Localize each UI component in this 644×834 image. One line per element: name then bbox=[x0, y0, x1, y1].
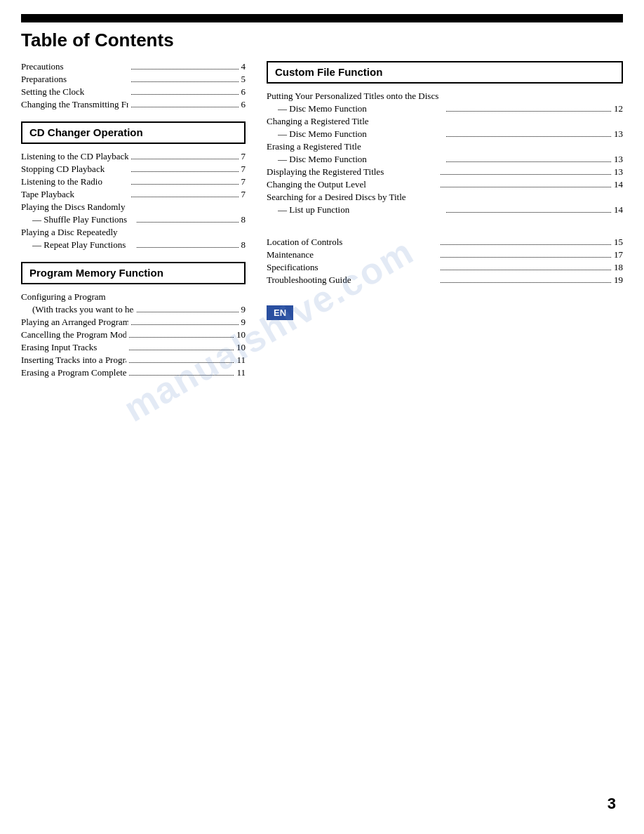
toc-shuffle-play: — Shuffle Play Functions 8 bbox=[21, 214, 246, 225]
toc-precautions: Precautions 4 bbox=[21, 61, 246, 72]
en-badge: EN bbox=[267, 305, 293, 320]
toc-disc-memo-3: — Disc Memo Function 13 bbox=[267, 154, 623, 165]
cd-changer-section: Listening to the CD Playback 7 Stopping … bbox=[21, 151, 246, 251]
gap4 bbox=[267, 227, 623, 237]
toc-playing-disc-repeatedly: Playing a Disc Repeatedly bbox=[21, 227, 246, 238]
two-column-layout: Precautions 4 Preparations 5 Setting the… bbox=[21, 61, 623, 380]
toc-listening-radio: Listening to the Radio 7 bbox=[21, 176, 246, 187]
toc-playing-arranged: Playing an Arranged Program 9 bbox=[21, 317, 246, 328]
toc-preparations: Preparations 5 bbox=[21, 74, 246, 85]
toc-erasing-input-tracks: Erasing Input Tracks 10 bbox=[21, 342, 246, 353]
toc-location-of-controls: Location of Controls 15 bbox=[267, 237, 623, 248]
toc-listening-cd: Listening to the CD Playback 7 bbox=[21, 151, 246, 162]
toc-maintenance: Maintenance 17 bbox=[267, 249, 623, 260]
toc-stopping-cd: Stopping CD Playback 7 bbox=[21, 164, 246, 175]
general-toc-section: Precautions 4 Preparations 5 Setting the… bbox=[21, 61, 246, 110]
toc-tape-playback: Tape Playback 7 bbox=[21, 189, 246, 200]
top-bar bbox=[21, 14, 623, 22]
toc-troubleshooting-guide: Troubleshooting Guide 19 bbox=[267, 274, 623, 286]
toc-configuring-program: Configuring a Program bbox=[21, 291, 246, 303]
toc-erasing-registered-title: Erasing a Registered Title bbox=[267, 141, 623, 152]
right-column: Custom File Function Putting Your Person… bbox=[267, 61, 623, 380]
toc-disc-memo-1: — Disc Memo Function 12 bbox=[267, 103, 623, 114]
cd-changer-header: CD Changer Operation bbox=[21, 121, 246, 144]
custom-file-section: Putting Your Personalized Titles onto th… bbox=[267, 91, 623, 216]
left-column: Precautions 4 Preparations 5 Setting the… bbox=[21, 61, 246, 380]
toc-searching-desired-discs: Searching for a Desired Discs by Title bbox=[267, 192, 623, 203]
program-memory-section: Configuring a Program (With tracks you w… bbox=[21, 291, 246, 378]
page: Table of Contents Precautions 4 Preparat… bbox=[0, 0, 644, 834]
toc-specifications: Specifications 18 bbox=[267, 262, 623, 273]
page-number: 3 bbox=[608, 795, 616, 813]
toc-changing-output-level: Changing the Output Level 14 bbox=[267, 179, 623, 190]
toc-transmitting-frequency: Changing the Transmitting Frequency 6 bbox=[21, 99, 246, 110]
toc-inserting-tracks: Inserting Tracks into a Program 11 bbox=[21, 355, 246, 366]
toc-disc-memo-2: — Disc Memo Function 13 bbox=[267, 128, 623, 140]
page-title: Table of Contents bbox=[21, 29, 623, 51]
gap2 bbox=[21, 252, 246, 262]
toc-putting-titles: Putting Your Personalized Titles onto th… bbox=[267, 91, 623, 102]
gap3 bbox=[267, 217, 623, 227]
toc-playing-discs-randomly: Playing the Discs Randomly bbox=[21, 201, 246, 213]
gap1 bbox=[21, 112, 246, 121]
toc-setting-clock: Setting the Clock 6 bbox=[21, 86, 246, 98]
toc-with-tracks: (With tracks you want to hear) 9 bbox=[21, 304, 246, 315]
toc-repeat-play: — Repeat Play Functions 8 bbox=[21, 239, 246, 251]
toc-changing-registered-title: Changing a Registered Title bbox=[267, 116, 623, 127]
toc-cancelling-program: Cancelling the Program Mode 10 bbox=[21, 329, 246, 340]
toc-list-up-function: — List up Function 14 bbox=[267, 204, 623, 216]
en-badge-container: EN bbox=[267, 298, 623, 320]
lower-toc-section: Location of Controls 15 Maintenance 17 S… bbox=[267, 237, 623, 286]
custom-file-header: Custom File Function bbox=[267, 61, 623, 84]
toc-erasing-program-completely: Erasing a Program Completely 11 bbox=[21, 367, 246, 378]
program-memory-header: Program Memory Function bbox=[21, 262, 246, 284]
toc-displaying-registered-titles: Displaying the Registered Titles 13 bbox=[267, 166, 623, 178]
